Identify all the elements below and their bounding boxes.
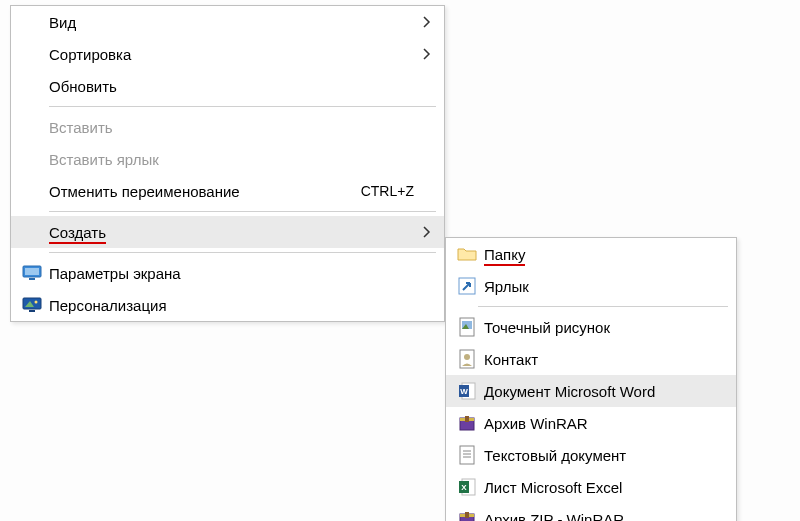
svg-rect-19 [460, 446, 474, 464]
menu-label: Архив WinRAR [482, 415, 726, 432]
blank-icon [17, 220, 47, 244]
menu-label: Отменить переименование [47, 183, 361, 200]
menu-label: Точечный рисунок [482, 319, 726, 336]
submenu-create: Папку Ярлык Точечный рисунок Контакт W Д… [445, 237, 737, 521]
folder-icon [452, 242, 482, 266]
svg-point-5 [35, 301, 38, 304]
chevron-right-icon [420, 16, 434, 28]
menu-item-view[interactable]: Вид [11, 6, 444, 38]
submenu-item-word-doc[interactable]: W Документ Microsoft Word [446, 375, 736, 407]
winrar-zip-icon [452, 507, 482, 521]
menu-label: Контакт [482, 351, 726, 368]
submenu-item-folder[interactable]: Папку [446, 238, 736, 270]
menu-item-undo-rename[interactable]: Отменить переименование CTRL+Z [11, 175, 444, 207]
personalize-icon [17, 293, 47, 317]
svg-text:X: X [461, 483, 467, 492]
submenu-item-contact[interactable]: Контакт [446, 343, 736, 375]
contact-icon [452, 347, 482, 371]
context-menu: Вид Сортировка Обновить Вставить Вставит… [10, 5, 445, 322]
blank-icon [17, 179, 47, 203]
winrar-icon [452, 411, 482, 435]
text-doc-icon [452, 443, 482, 467]
menu-item-paste-shortcut: Вставить ярлык [11, 143, 444, 175]
menu-label: Документ Microsoft Word [482, 383, 726, 400]
menu-label: Параметры экрана [47, 265, 434, 282]
menu-item-display-settings[interactable]: Параметры экрана [11, 257, 444, 289]
menu-label: Персонализация [47, 297, 434, 314]
chevron-right-icon [420, 48, 434, 60]
menu-label: Ярлык [482, 278, 726, 295]
svg-rect-6 [29, 310, 35, 312]
submenu-item-excel[interactable]: X Лист Microsoft Excel [446, 471, 736, 503]
menu-label: Обновить [47, 78, 434, 95]
menu-item-create[interactable]: Создать [11, 216, 444, 248]
svg-point-12 [464, 354, 470, 360]
blank-icon [17, 115, 47, 139]
blank-icon [17, 147, 47, 171]
shortcut-label: CTRL+Z [361, 183, 434, 199]
svg-text:W: W [460, 387, 468, 396]
svg-rect-1 [25, 268, 39, 275]
submenu-item-text-doc[interactable]: Текстовый документ [446, 439, 736, 471]
submenu-item-winrar[interactable]: Архив WinRAR [446, 407, 736, 439]
separator [49, 106, 436, 107]
menu-label: Архив ZIP - WinRAR [482, 511, 726, 522]
menu-item-personalize[interactable]: Персонализация [11, 289, 444, 321]
bitmap-icon [452, 315, 482, 339]
menu-label: Вид [47, 14, 420, 31]
menu-label: Текстовый документ [482, 447, 726, 464]
menu-label: Создать [47, 224, 420, 241]
blank-icon [17, 42, 47, 66]
svg-rect-2 [29, 278, 35, 280]
submenu-item-shortcut[interactable]: Ярлык [446, 270, 736, 302]
svg-rect-3 [23, 298, 41, 309]
separator [49, 211, 436, 212]
menu-label: Вставить ярлык [47, 151, 434, 168]
svg-rect-18 [465, 416, 469, 422]
menu-label: Лист Microsoft Excel [482, 479, 726, 496]
separator [478, 306, 728, 307]
submenu-item-winrar-zip[interactable]: Архив ZIP - WinRAR [446, 503, 736, 521]
shortcut-icon [452, 274, 482, 298]
blank-icon [17, 10, 47, 34]
blank-icon [17, 74, 47, 98]
display-settings-icon [17, 261, 47, 285]
chevron-right-icon [420, 226, 434, 238]
separator [49, 252, 436, 253]
word-icon: W [452, 379, 482, 403]
menu-item-refresh[interactable]: Обновить [11, 70, 444, 102]
menu-label: Папку [482, 246, 726, 263]
excel-icon: X [452, 475, 482, 499]
submenu-item-bitmap[interactable]: Точечный рисунок [446, 311, 736, 343]
menu-label: Вставить [47, 119, 434, 136]
menu-item-sort[interactable]: Сортировка [11, 38, 444, 70]
menu-item-paste: Вставить [11, 111, 444, 143]
svg-rect-28 [465, 512, 469, 518]
menu-label: Сортировка [47, 46, 420, 63]
